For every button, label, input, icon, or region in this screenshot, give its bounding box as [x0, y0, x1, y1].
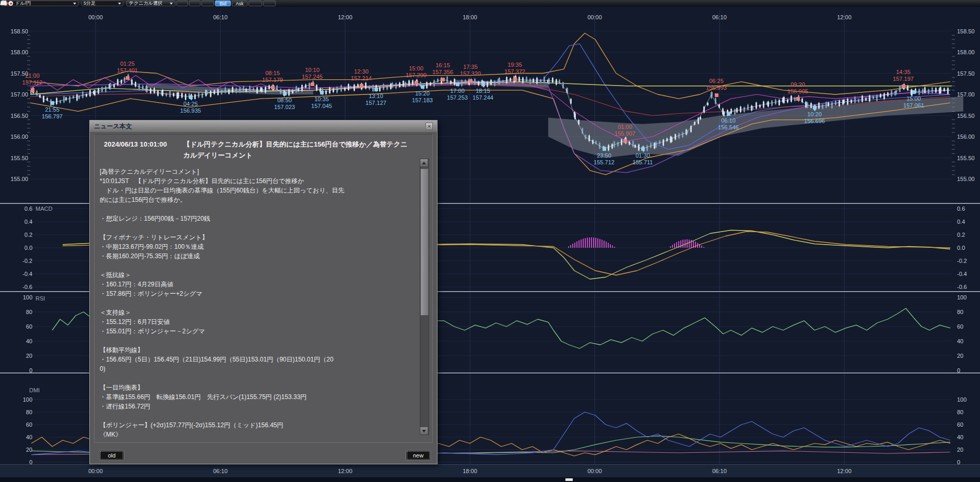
dmi-tick-right: 100 — [957, 396, 966, 403]
dialog-body-line: 0) — [100, 364, 415, 373]
news-title: 【ドル円テクニカル分析】目先的には主に156円台で推移か／為替テクニカルデイリー… — [183, 139, 411, 161]
new-button[interactable]: new — [406, 450, 431, 461]
high-annotation: 01:25157.401 — [117, 61, 138, 74]
timeframe-label: 5分足 — [84, 0, 96, 7]
low-annotation: 17:00157.253 — [447, 88, 468, 101]
scroll-thumb[interactable] — [420, 168, 429, 316]
low-annotation: 15:20157.183 — [412, 90, 433, 104]
low-marker — [727, 112, 730, 116]
bottom-time-axis-label: 06:10 — [213, 468, 228, 474]
dialog-body-line: ・長期160.20円-75.35円：ほぼ達成 — [100, 251, 415, 261]
info-button[interactable] — [189, 1, 200, 6]
price-axis-label-right: 158.50 — [957, 28, 975, 34]
scrollbar-handle[interactable] — [565, 478, 573, 481]
high-annotation: 15:00157.290 — [406, 65, 427, 79]
rsi-tick-right: 60 — [957, 323, 963, 330]
dialog-title: ニュース本文 — [94, 122, 132, 131]
high-annotation: 06:25156.993 — [706, 78, 727, 91]
toolbar: ドル/円 5分足 テクニカル選択 Bid Ask — [0, 0, 980, 7]
price-axis-label-right: 155.50 — [957, 155, 975, 161]
technical-select-button[interactable]: テクニカル選択 — [126, 1, 175, 6]
dialog-content: 2024/06/13 10:01:00 【ドル円テクニカル分析】目先的には主に1… — [94, 134, 433, 443]
dialog-body-line — [100, 261, 415, 270]
time-axis-label: 12:00 — [837, 14, 852, 20]
ask-toggle[interactable]: Ask — [232, 1, 247, 6]
rsi-tick-left: 0 — [6, 367, 32, 373]
macd-tick-right: 0.6 — [957, 206, 965, 212]
bottom-time-axis-label: 12:00 — [837, 468, 852, 474]
time-axis-label: 00:00 — [88, 14, 103, 20]
dialog-body-line: ・160.17円：4月29日高値 — [100, 280, 415, 289]
price-axis-label-left: 155.00 — [2, 176, 28, 182]
rsi-tick-right: 40 — [957, 338, 963, 344]
close-icon[interactable]: × — [426, 123, 433, 130]
dialog-body-line: 的には主に156円台で推移か。 — [100, 195, 415, 204]
high-annotation: 21:00157.112 — [22, 73, 43, 86]
scroll-down-icon[interactable] — [420, 427, 428, 435]
dialog-body-line: 《MK》 — [100, 430, 415, 439]
macd-tick-right: 0.4 — [957, 219, 965, 225]
high-marker — [415, 81, 418, 85]
rsi-tick-right: 100 — [957, 294, 966, 300]
low-annotation: 08:50157.023 — [274, 97, 295, 111]
volume-button[interactable] — [249, 1, 262, 6]
dmi-tick-left: 60 — [6, 421, 32, 428]
low-marker — [912, 90, 916, 94]
dialog-body-line — [100, 204, 415, 214]
price-axis-label-left: 155.50 — [2, 155, 28, 161]
low-annotation: 10:35157.045 — [311, 96, 332, 110]
dialog-titlebar[interactable]: ニュース本文 × — [90, 121, 437, 132]
time-axis-label: 00:00 — [587, 14, 602, 20]
horizontal-scrollbar[interactable] — [0, 477, 980, 482]
scroll-up-icon[interactable] — [420, 159, 428, 166]
dialog-body-line: *10:01JST 【ドル円テクニカル分析】目先的には主に156円台で推移か — [100, 176, 415, 186]
low-marker — [813, 106, 817, 110]
time-axis-label: 12:00 — [338, 14, 352, 20]
macd-tick-right: -0.6 — [957, 284, 967, 290]
news-date: 2024/06/13 10:01:00 — [104, 139, 183, 161]
magnifier-plus-icon — [0, 0, 6, 6]
low-marker — [603, 147, 606, 151]
high-annotation: 12:30157.214 — [351, 68, 372, 82]
chevron-down-icon — [170, 3, 173, 5]
low-marker — [283, 92, 287, 95]
price-axis-label-left: 158.00 — [2, 49, 28, 55]
draw-pencil-button[interactable] — [176, 1, 188, 6]
low-annotation: 18:15157.244 — [473, 88, 493, 101]
macd-tick-left: 0.0 — [6, 245, 32, 251]
dialog-body-line — [100, 298, 415, 308]
bid-toggle[interactable]: Bid — [215, 1, 231, 6]
dialog-scrollbar[interactable] — [420, 159, 429, 435]
macd-tick-left: 0.2 — [6, 232, 32, 238]
technical-label: テクニカル選択 — [129, 0, 162, 7]
time-axis-label: 06:10 — [712, 14, 727, 20]
jp-flag-icon — [8, 1, 13, 6]
dialog-body-line: ・156.65円（5日）156.45円（21日)154.99円（55日)153.… — [100, 355, 415, 364]
high-annotation: 10:10157.245 — [302, 67, 323, 80]
chart-type-button[interactable] — [202, 1, 214, 6]
high-annotation: 08:15157.179 — [262, 70, 283, 83]
high-marker — [360, 84, 363, 88]
bottom-time-axis-label: 00:00 — [88, 468, 103, 474]
price-axis-label-right: 157.50 — [957, 70, 975, 77]
pair-select[interactable]: ドル/円 — [1, 1, 78, 6]
low-annotation: 01:30155.711 — [633, 152, 653, 166]
high-marker — [441, 78, 445, 81]
dialog-body-line: ＜支持線＞ — [100, 308, 415, 317]
low-annotation: 23:50155.712 — [594, 152, 615, 166]
dmi-tick-right: 80 — [957, 409, 963, 415]
macd-tick-right: -0.4 — [957, 271, 967, 277]
dialog-body-line: ＜抵抗線＞ — [100, 270, 415, 280]
dialog-body-line — [100, 373, 415, 383]
low-annotation: 10:20156.696 — [804, 111, 825, 125]
price-axis-label-right: 156.00 — [957, 134, 975, 140]
zoom-button[interactable] — [263, 1, 276, 6]
price-axis-label-left: 156.00 — [2, 134, 28, 140]
high-annotation: 19:35157.372 — [504, 62, 525, 75]
dialog-body-line: 【フィボナッチ・リトレースメント】 — [100, 233, 415, 242]
ask-label: Ask — [235, 1, 243, 6]
price-axis-label-right: 155.00 — [957, 176, 975, 182]
timeframe-select[interactable]: 5分足 — [81, 1, 123, 6]
bottom-time-axis-label: 00:00 — [587, 468, 602, 474]
old-button[interactable]: old — [99, 450, 124, 461]
